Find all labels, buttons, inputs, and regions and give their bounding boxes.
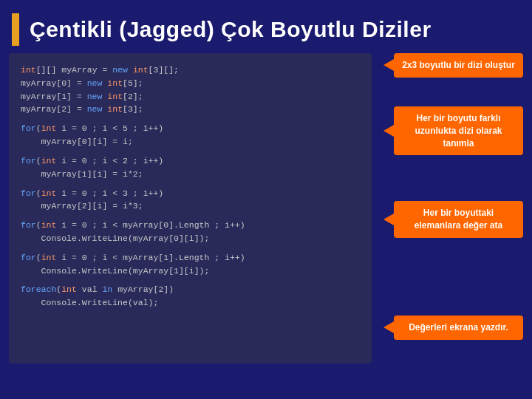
- code-line-10: myArray[2][i] = i*3;: [21, 200, 360, 213]
- code-line-13: for(int i = 0 ; i < myArray[1].Length ; …: [21, 251, 360, 265]
- title-bar: Çentikli (Jagged) Çok Boyutlu Diziler: [0, 0, 532, 53]
- code-line-14: Console.WriteLine(myArray[1][i]);: [21, 265, 360, 278]
- content-area: int[][] myArray = new int[3][]; myArray[…: [9, 53, 523, 364]
- code-line-5: for(int i = 0 ; i < 5 ; i++): [21, 122, 360, 135]
- slide: Çentikli (Jagged) Çok Boyutlu Diziler in…: [0, 0, 532, 399]
- title-accent: [12, 13, 19, 46]
- code-line-3: myArray[1] = new int[2];: [21, 90, 360, 103]
- annotation-3: Her bir boyuttaki elemanlara değer ata: [394, 201, 523, 238]
- code-line-8: myArray[1][i] = i*2;: [21, 168, 360, 181]
- code-line-9: for(int i = 0 ; i < 3 ; i++): [21, 187, 360, 200]
- annotation-1: 2x3 boyutlu bir dizi oluştur: [394, 53, 523, 78]
- annotation-4: Değerleri ekrana yazdır.: [394, 316, 523, 340]
- annotation-2: Her bir boyutu farklı uzunlukta dizi ola…: [394, 106, 523, 155]
- code-line-7: for(int i = 0 ; i < 2 ; i++): [21, 154, 360, 168]
- code-line-12: Console.WriteLine(myArray[0][i]);: [21, 232, 360, 245]
- code-line-11: for(int i = 0 ; i < myArray[0].Length ; …: [21, 219, 360, 232]
- code-line-1: int[][] myArray = new int[3][];: [21, 64, 360, 77]
- code-line-16: Console.WriteLine(val);: [21, 296, 360, 310]
- code-line-6: myArray[0][i] = i;: [21, 135, 360, 149]
- code-line-15: foreach(int val in myArray[2]): [21, 283, 360, 296]
- code-panel: int[][] myArray = new int[3][]; myArray[…: [9, 53, 372, 364]
- code-line-4: myArray[2] = new int[3];: [21, 103, 360, 116]
- page-title: Çentikli (Jagged) Çok Boyutlu Diziler: [30, 17, 432, 42]
- annotations-panel: 2x3 boyutlu bir dizi oluştur Her bir boy…: [379, 53, 523, 364]
- code-line-2: myArray[0] = new int[5];: [21, 77, 360, 90]
